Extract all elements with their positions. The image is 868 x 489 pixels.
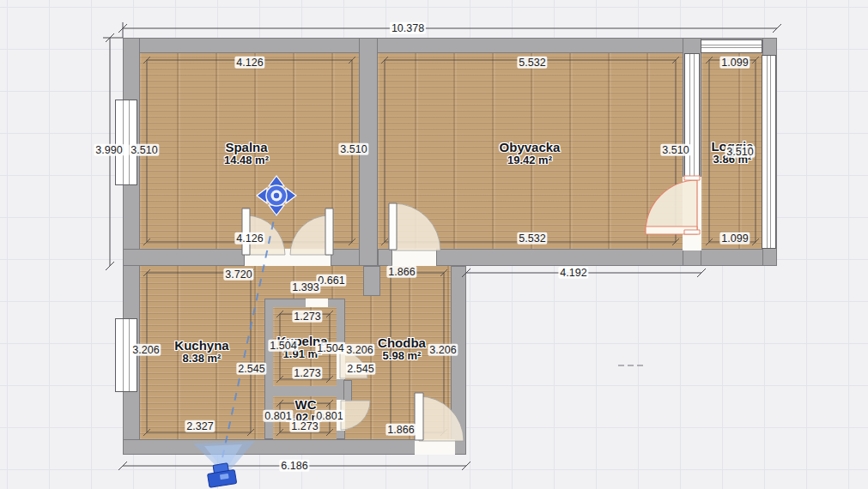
door-arc-obyvacka[interactable]: [393, 203, 440, 251]
dim-label: 3.510: [725, 146, 755, 158]
room-label-obyvacka: Obyvacka: [500, 140, 561, 154]
dim-label: 0.801: [263, 410, 293, 422]
dim-label: 1.866: [385, 424, 416, 436]
linework-layer: [0, 0, 868, 489]
room-area-chodba: 5.98 m²: [383, 349, 422, 362]
dim-label: 3.206: [344, 344, 374, 356]
dim-label: 4.192: [558, 267, 588, 279]
dim-label: 3.510: [660, 144, 690, 156]
dim-label: 3.510: [338, 143, 368, 155]
door-leaf-entrance[interactable]: [415, 393, 423, 440]
door-frame-loggia-top: [684, 176, 700, 180]
dim-label: 3.720: [223, 269, 253, 281]
room-label-kuchyna: Kuchyna: [174, 338, 228, 353]
dim-label: 0.661: [316, 275, 346, 287]
dim-label: 3.510: [129, 144, 159, 156]
room-label-wc: WC: [295, 397, 317, 412]
floorplan-canvas: Spalna14.48 m²Obyvacka19.42 m²Loggia3.86…: [0, 0, 868, 489]
room-label-chodba: Chodba: [378, 335, 426, 350]
dim-label: 5.532: [517, 57, 547, 69]
dim-label: 4.126: [234, 57, 264, 69]
door-frame-loggia-bottom: [684, 230, 700, 234]
door-arc-spalna-right[interactable]: [290, 215, 330, 255]
dim-label: 1.504: [268, 340, 298, 352]
dim-label: 3.206: [428, 344, 458, 356]
room-area-spalna: 14.48 m²: [224, 154, 269, 166]
dim-label: 6.186: [279, 460, 309, 472]
dim-label: 10.378: [390, 22, 426, 34]
dim-label: 1.504: [315, 342, 345, 354]
dim-label: 5.532: [517, 232, 547, 244]
dim-label: 2.327: [185, 420, 215, 432]
dim-label: 2.545: [345, 363, 375, 375]
door-leaf-spalna-right[interactable]: [325, 208, 333, 255]
dim-label: 2.545: [236, 363, 266, 375]
door-arc-entrance[interactable]: [419, 396, 464, 441]
dim-label: 1.273: [292, 367, 322, 379]
door-leaf-obyvacka[interactable]: [389, 203, 397, 250]
room-area-kuchyna: 8.38 m²: [183, 352, 222, 365]
dim-label: 3.990: [94, 144, 124, 156]
dim-label: 1.099: [719, 57, 750, 69]
dim-label: 4.126: [234, 232, 264, 244]
dim-label: 3.206: [131, 344, 161, 356]
camera-icon[interactable]: [193, 441, 255, 487]
move-widget-icon[interactable]: [257, 176, 296, 215]
dim-label: 1.273: [292, 311, 322, 323]
room-area-obyvacka: 19.42 m²: [507, 154, 552, 166]
room-label-spalna: Spalna: [225, 140, 267, 154]
dim-label: 1.393: [290, 281, 320, 293]
dim-label: 1.866: [386, 266, 416, 278]
dim-label: 1.099: [719, 232, 750, 244]
dim-label: 1.273: [289, 420, 319, 432]
door-arc-wc[interactable]: [341, 401, 370, 430]
door-arc-loggia-selected[interactable]: [646, 180, 697, 232]
room-measure-outlines: [143, 57, 759, 436]
